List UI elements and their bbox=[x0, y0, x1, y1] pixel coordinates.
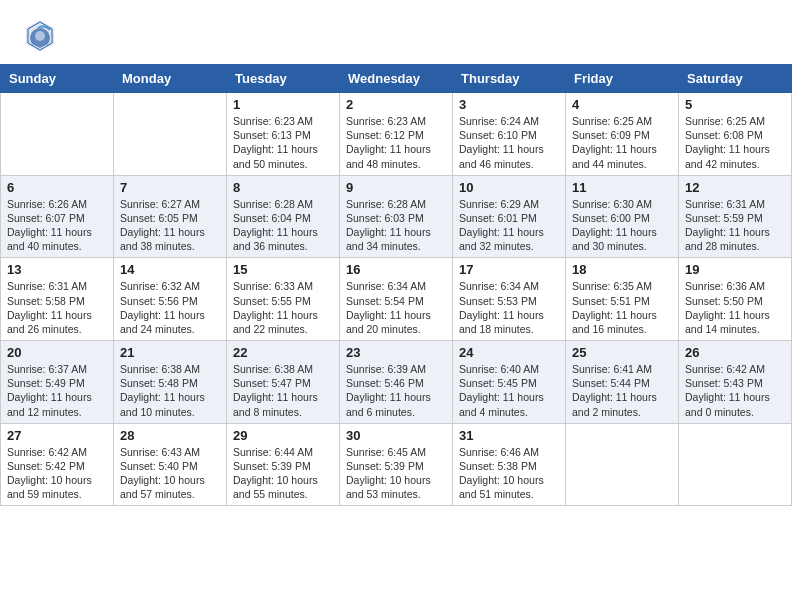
header bbox=[0, 0, 792, 64]
day-info: Sunrise: 6:42 AM Sunset: 5:42 PM Dayligh… bbox=[7, 445, 107, 502]
calendar-cell: 13Sunrise: 6:31 AM Sunset: 5:58 PM Dayli… bbox=[1, 258, 114, 341]
calendar-header-row: SundayMondayTuesdayWednesdayThursdayFrid… bbox=[1, 65, 792, 93]
calendar-cell: 9Sunrise: 6:28 AM Sunset: 6:03 PM Daylig… bbox=[340, 175, 453, 258]
calendar-cell: 5Sunrise: 6:25 AM Sunset: 6:08 PM Daylig… bbox=[679, 93, 792, 176]
calendar-table: SundayMondayTuesdayWednesdayThursdayFrid… bbox=[0, 64, 792, 506]
day-number: 5 bbox=[685, 97, 785, 112]
day-info: Sunrise: 6:30 AM Sunset: 6:00 PM Dayligh… bbox=[572, 197, 672, 254]
day-number: 29 bbox=[233, 428, 333, 443]
day-info: Sunrise: 6:45 AM Sunset: 5:39 PM Dayligh… bbox=[346, 445, 446, 502]
calendar-cell: 10Sunrise: 6:29 AM Sunset: 6:01 PM Dayli… bbox=[453, 175, 566, 258]
calendar-cell: 23Sunrise: 6:39 AM Sunset: 5:46 PM Dayli… bbox=[340, 341, 453, 424]
calendar-cell: 30Sunrise: 6:45 AM Sunset: 5:39 PM Dayli… bbox=[340, 423, 453, 506]
day-number: 11 bbox=[572, 180, 672, 195]
day-info: Sunrise: 6:23 AM Sunset: 6:13 PM Dayligh… bbox=[233, 114, 333, 171]
calendar-cell: 1Sunrise: 6:23 AM Sunset: 6:13 PM Daylig… bbox=[227, 93, 340, 176]
calendar-cell: 6Sunrise: 6:26 AM Sunset: 6:07 PM Daylig… bbox=[1, 175, 114, 258]
day-info: Sunrise: 6:44 AM Sunset: 5:39 PM Dayligh… bbox=[233, 445, 333, 502]
day-number: 9 bbox=[346, 180, 446, 195]
day-info: Sunrise: 6:32 AM Sunset: 5:56 PM Dayligh… bbox=[120, 279, 220, 336]
logo bbox=[24, 18, 58, 54]
day-info: Sunrise: 6:28 AM Sunset: 6:03 PM Dayligh… bbox=[346, 197, 446, 254]
day-info: Sunrise: 6:26 AM Sunset: 6:07 PM Dayligh… bbox=[7, 197, 107, 254]
day-number: 26 bbox=[685, 345, 785, 360]
day-of-week-header: Saturday bbox=[679, 65, 792, 93]
day-number: 30 bbox=[346, 428, 446, 443]
calendar-cell: 12Sunrise: 6:31 AM Sunset: 5:59 PM Dayli… bbox=[679, 175, 792, 258]
calendar-cell: 29Sunrise: 6:44 AM Sunset: 5:39 PM Dayli… bbox=[227, 423, 340, 506]
day-number: 17 bbox=[459, 262, 559, 277]
calendar-cell: 17Sunrise: 6:34 AM Sunset: 5:53 PM Dayli… bbox=[453, 258, 566, 341]
day-number: 8 bbox=[233, 180, 333, 195]
calendar-cell: 22Sunrise: 6:38 AM Sunset: 5:47 PM Dayli… bbox=[227, 341, 340, 424]
calendar-cell: 18Sunrise: 6:35 AM Sunset: 5:51 PM Dayli… bbox=[566, 258, 679, 341]
calendar-cell: 20Sunrise: 6:37 AM Sunset: 5:49 PM Dayli… bbox=[1, 341, 114, 424]
day-info: Sunrise: 6:34 AM Sunset: 5:53 PM Dayligh… bbox=[459, 279, 559, 336]
day-info: Sunrise: 6:41 AM Sunset: 5:44 PM Dayligh… bbox=[572, 362, 672, 419]
day-info: Sunrise: 6:23 AM Sunset: 6:12 PM Dayligh… bbox=[346, 114, 446, 171]
calendar-week-row: 6Sunrise: 6:26 AM Sunset: 6:07 PM Daylig… bbox=[1, 175, 792, 258]
day-info: Sunrise: 6:37 AM Sunset: 5:49 PM Dayligh… bbox=[7, 362, 107, 419]
calendar-week-row: 13Sunrise: 6:31 AM Sunset: 5:58 PM Dayli… bbox=[1, 258, 792, 341]
day-info: Sunrise: 6:38 AM Sunset: 5:48 PM Dayligh… bbox=[120, 362, 220, 419]
calendar-cell: 26Sunrise: 6:42 AM Sunset: 5:43 PM Dayli… bbox=[679, 341, 792, 424]
day-number: 23 bbox=[346, 345, 446, 360]
day-info: Sunrise: 6:28 AM Sunset: 6:04 PM Dayligh… bbox=[233, 197, 333, 254]
calendar-cell: 16Sunrise: 6:34 AM Sunset: 5:54 PM Dayli… bbox=[340, 258, 453, 341]
calendar-week-row: 20Sunrise: 6:37 AM Sunset: 5:49 PM Dayli… bbox=[1, 341, 792, 424]
day-info: Sunrise: 6:42 AM Sunset: 5:43 PM Dayligh… bbox=[685, 362, 785, 419]
day-number: 2 bbox=[346, 97, 446, 112]
calendar-cell: 27Sunrise: 6:42 AM Sunset: 5:42 PM Dayli… bbox=[1, 423, 114, 506]
day-info: Sunrise: 6:24 AM Sunset: 6:10 PM Dayligh… bbox=[459, 114, 559, 171]
day-number: 16 bbox=[346, 262, 446, 277]
day-number: 3 bbox=[459, 97, 559, 112]
day-info: Sunrise: 6:38 AM Sunset: 5:47 PM Dayligh… bbox=[233, 362, 333, 419]
day-number: 25 bbox=[572, 345, 672, 360]
day-number: 28 bbox=[120, 428, 220, 443]
day-of-week-header: Tuesday bbox=[227, 65, 340, 93]
day-number: 24 bbox=[459, 345, 559, 360]
page: SundayMondayTuesdayWednesdayThursdayFrid… bbox=[0, 0, 792, 612]
calendar-cell bbox=[114, 93, 227, 176]
day-info: Sunrise: 6:40 AM Sunset: 5:45 PM Dayligh… bbox=[459, 362, 559, 419]
day-info: Sunrise: 6:25 AM Sunset: 6:09 PM Dayligh… bbox=[572, 114, 672, 171]
day-info: Sunrise: 6:46 AM Sunset: 5:38 PM Dayligh… bbox=[459, 445, 559, 502]
day-info: Sunrise: 6:36 AM Sunset: 5:50 PM Dayligh… bbox=[685, 279, 785, 336]
calendar-cell: 25Sunrise: 6:41 AM Sunset: 5:44 PM Dayli… bbox=[566, 341, 679, 424]
calendar-cell: 4Sunrise: 6:25 AM Sunset: 6:09 PM Daylig… bbox=[566, 93, 679, 176]
day-number: 4 bbox=[572, 97, 672, 112]
day-number: 20 bbox=[7, 345, 107, 360]
calendar-cell: 14Sunrise: 6:32 AM Sunset: 5:56 PM Dayli… bbox=[114, 258, 227, 341]
calendar-cell: 31Sunrise: 6:46 AM Sunset: 5:38 PM Dayli… bbox=[453, 423, 566, 506]
calendar-cell: 3Sunrise: 6:24 AM Sunset: 6:10 PM Daylig… bbox=[453, 93, 566, 176]
day-number: 15 bbox=[233, 262, 333, 277]
day-number: 12 bbox=[685, 180, 785, 195]
day-number: 22 bbox=[233, 345, 333, 360]
day-of-week-header: Friday bbox=[566, 65, 679, 93]
calendar-cell: 11Sunrise: 6:30 AM Sunset: 6:00 PM Dayli… bbox=[566, 175, 679, 258]
day-info: Sunrise: 6:35 AM Sunset: 5:51 PM Dayligh… bbox=[572, 279, 672, 336]
day-number: 31 bbox=[459, 428, 559, 443]
day-number: 6 bbox=[7, 180, 107, 195]
calendar-cell: 21Sunrise: 6:38 AM Sunset: 5:48 PM Dayli… bbox=[114, 341, 227, 424]
calendar-cell: 15Sunrise: 6:33 AM Sunset: 5:55 PM Dayli… bbox=[227, 258, 340, 341]
logo-icon bbox=[24, 18, 56, 54]
day-number: 10 bbox=[459, 180, 559, 195]
day-number: 19 bbox=[685, 262, 785, 277]
day-of-week-header: Wednesday bbox=[340, 65, 453, 93]
calendar-cell bbox=[566, 423, 679, 506]
calendar-cell: 24Sunrise: 6:40 AM Sunset: 5:45 PM Dayli… bbox=[453, 341, 566, 424]
calendar-cell: 8Sunrise: 6:28 AM Sunset: 6:04 PM Daylig… bbox=[227, 175, 340, 258]
day-number: 13 bbox=[7, 262, 107, 277]
day-info: Sunrise: 6:27 AM Sunset: 6:05 PM Dayligh… bbox=[120, 197, 220, 254]
day-info: Sunrise: 6:29 AM Sunset: 6:01 PM Dayligh… bbox=[459, 197, 559, 254]
svg-point-2 bbox=[35, 31, 45, 41]
day-info: Sunrise: 6:34 AM Sunset: 5:54 PM Dayligh… bbox=[346, 279, 446, 336]
day-info: Sunrise: 6:39 AM Sunset: 5:46 PM Dayligh… bbox=[346, 362, 446, 419]
day-number: 21 bbox=[120, 345, 220, 360]
day-of-week-header: Monday bbox=[114, 65, 227, 93]
day-of-week-header: Sunday bbox=[1, 65, 114, 93]
calendar-week-row: 27Sunrise: 6:42 AM Sunset: 5:42 PM Dayli… bbox=[1, 423, 792, 506]
calendar-week-row: 1Sunrise: 6:23 AM Sunset: 6:13 PM Daylig… bbox=[1, 93, 792, 176]
calendar-cell: 28Sunrise: 6:43 AM Sunset: 5:40 PM Dayli… bbox=[114, 423, 227, 506]
